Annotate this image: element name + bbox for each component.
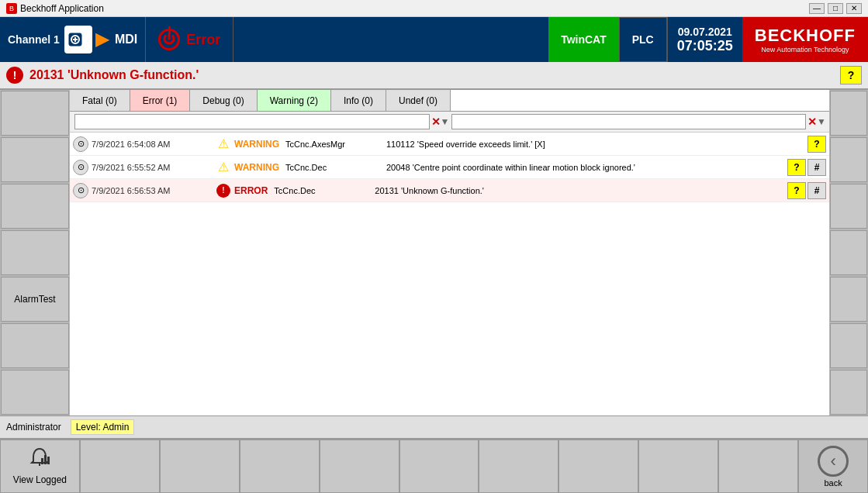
tab-undef[interactable]: Undef (0): [386, 90, 451, 111]
window-controls: — □ ✕: [809, 3, 862, 14]
toolbar-btn-6[interactable]: [399, 440, 479, 493]
error-message: 20131 'Unknown G-function.': [29, 68, 840, 82]
left-btn-7[interactable]: [1, 370, 69, 415]
left-btn-2[interactable]: [1, 137, 69, 182]
log-source-1: TcCnc.AxesMgr: [285, 140, 386, 149]
minimize-button[interactable]: —: [809, 3, 825, 14]
expand-button-1[interactable]: ⊙: [73, 136, 88, 152]
right-btn-6[interactable]: [830, 323, 867, 368]
help-button-1[interactable]: ?: [807, 136, 826, 153]
close-button[interactable]: ✕: [846, 3, 862, 14]
back-button[interactable]: ‹ back: [798, 440, 868, 493]
toolbar-btn-5[interactable]: [320, 440, 399, 493]
plc-button[interactable]: PLC: [619, 17, 667, 62]
error-icon-3: !: [216, 183, 231, 198]
status-label: Error: [186, 32, 220, 48]
table-row: ⊙ 7/9/2021 6:54:08 AM ⚠ WARNING TcCnc.Ax…: [70, 133, 829, 156]
error-help-button[interactable]: ?: [840, 66, 862, 84]
titlebar: B Beckhoff Application — □ ✕: [0, 0, 868, 17]
tab-error[interactable]: Error (1): [130, 90, 191, 111]
log-timestamp-2: 7/9/2021 6:55:52 AM: [92, 163, 216, 172]
right-btn-7[interactable]: [830, 370, 867, 415]
log-message-1: 110112 'Speed override exceeds limit.' […: [386, 140, 807, 149]
filter-input-right[interactable]: [451, 114, 807, 129]
main-layout: AlarmTest Fatal (0) Error (1) Debug (0) …: [0, 90, 868, 415]
severity-label-1: WARNING: [234, 139, 279, 150]
beckhoff-name: BECKHOFF: [755, 26, 856, 46]
filter-input-left[interactable]: [74, 114, 430, 129]
severity-label-2: WARNING: [234, 162, 279, 173]
mode-label: MDI: [115, 33, 137, 47]
status-level: Level: Admin: [71, 419, 135, 435]
left-side-panel: AlarmTest: [0, 90, 70, 415]
tab-info[interactable]: Info (0): [331, 90, 386, 111]
toolbar-btn-2[interactable]: [80, 440, 160, 493]
warning-icon-1: ⚠: [216, 136, 231, 152]
left-btn-4[interactable]: [1, 230, 69, 275]
mode-section: Error: [146, 17, 233, 62]
view-logged-icon: [27, 447, 52, 471]
hash-button-2[interactable]: #: [807, 159, 826, 176]
date-display: 09.07.2021: [678, 26, 732, 38]
left-btn-3[interactable]: [1, 184, 69, 229]
twincat-button[interactable]: TwinCAT: [548, 17, 619, 62]
restore-button[interactable]: □: [828, 3, 843, 14]
hash-button-3[interactable]: #: [807, 182, 826, 199]
header-right: TwinCAT PLC 09.07.2021 07:05:25 BECKHOFF…: [548, 17, 868, 62]
table-row: ⊙ 7/9/2021 6:56:53 AM ! ERROR TcCnc.Dec …: [70, 179, 829, 202]
status-bar: Administrator Level: Admin: [0, 415, 868, 439]
channel-section: Channel 1 ▶ MDI: [0, 17, 146, 62]
expand-button-3[interactable]: ⊙: [73, 183, 88, 198]
action-buttons-1: ?: [807, 136, 826, 153]
log-timestamp-3: 7/9/2021 6:56:53 AM: [92, 186, 216, 195]
clear-filter-right-button[interactable]: ✕: [807, 115, 817, 128]
log-message-2: 20048 'Centre point coordinate within li…: [386, 163, 787, 172]
header: Channel 1 ▶ MDI Error TwinCAT PLC 09.07.…: [0, 17, 868, 62]
back-label: back: [824, 478, 842, 488]
clear-filter-left-button[interactable]: ✕: [431, 115, 441, 128]
datetime-section: 09.07.2021 07:05:25: [667, 17, 742, 62]
toolbar-btn-3[interactable]: [160, 440, 240, 493]
toolbar-btn-9[interactable]: [638, 440, 718, 493]
log-source-2: TcCnc.Dec: [285, 163, 386, 172]
right-btn-5[interactable]: [830, 277, 867, 322]
arrow-icon: ▶: [95, 29, 109, 50]
help-button-2[interactable]: ?: [787, 159, 806, 176]
left-btn-1[interactable]: [1, 91, 69, 136]
tab-debug[interactable]: Debug (0): [190, 90, 257, 111]
error-circle-icon: !: [6, 67, 23, 84]
alarm-test-button[interactable]: AlarmTest: [1, 277, 69, 322]
filter-left-icon[interactable]: ▼: [441, 116, 450, 127]
tab-bar: Fatal (0) Error (1) Debug (0) Warning (2…: [70, 90, 829, 112]
svg-rect-5: [41, 458, 43, 464]
tab-warning[interactable]: Warning (2): [258, 90, 331, 111]
toolbar-btn-10[interactable]: [718, 440, 798, 493]
toolbar-btn-7[interactable]: [479, 440, 558, 493]
action-buttons-2: ? #: [787, 159, 826, 176]
log-message-3: 20131 'Unknown G-function.': [375, 186, 787, 195]
toolbar-btn-8[interactable]: [558, 440, 638, 493]
right-btn-4[interactable]: [830, 230, 867, 275]
channel-icon: [64, 26, 92, 53]
right-side-panel: [829, 90, 868, 415]
table-row: ⊙ 7/9/2021 6:55:52 AM ⚠ WARNING TcCnc.De…: [70, 156, 829, 179]
tab-fatal[interactable]: Fatal (0): [70, 90, 130, 111]
svg-rect-6: [44, 455, 47, 464]
filter-right-icon[interactable]: ▼: [817, 116, 826, 127]
right-btn-1[interactable]: [830, 91, 867, 136]
log-source-3: TcCnc.Dec: [274, 186, 375, 195]
toolbar-btn-4[interactable]: [240, 440, 320, 493]
right-btn-2[interactable]: [830, 137, 867, 182]
content-area: Fatal (0) Error (1) Debug (0) Warning (2…: [70, 90, 829, 415]
svg-rect-7: [47, 457, 50, 464]
bottom-toolbar: View Logged ‹ back: [0, 439, 868, 493]
left-btn-6[interactable]: [1, 323, 69, 368]
log-timestamp-1: 7/9/2021 6:54:08 AM: [92, 140, 216, 149]
view-logged-button[interactable]: View Logged: [0, 440, 80, 493]
status-user: Administrator: [6, 422, 61, 433]
expand-button-2[interactable]: ⊙: [73, 160, 88, 175]
error-bar: ! 20131 'Unknown G-function.' ?: [0, 62, 868, 90]
right-btn-3[interactable]: [830, 184, 867, 229]
severity-badge-3: ! ERROR: [216, 183, 268, 198]
help-button-3[interactable]: ?: [787, 182, 806, 199]
